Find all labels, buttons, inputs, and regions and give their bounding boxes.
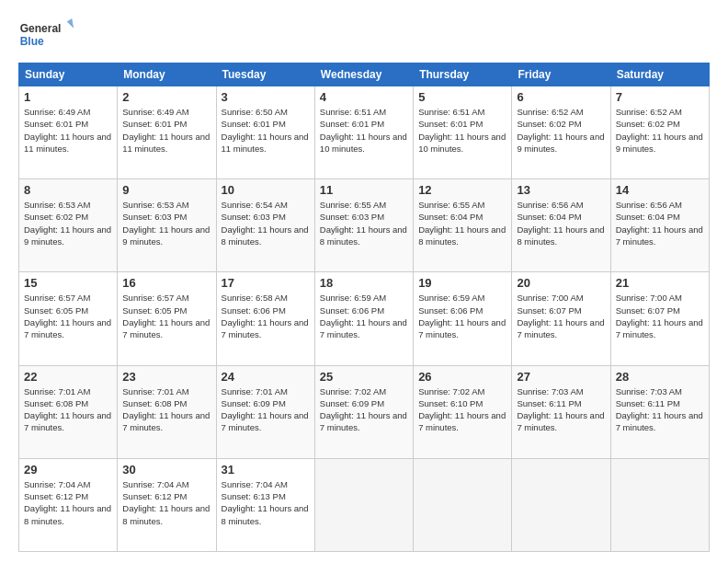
- day-number: 2: [122, 90, 210, 104]
- day-number: 17: [222, 276, 310, 290]
- day-number: 1: [24, 90, 112, 104]
- calendar-cell: 30Sunrise: 7:04 AMSunset: 6:12 PMDayligh…: [118, 458, 216, 551]
- calendar-cell: 29Sunrise: 7:04 AMSunset: 6:12 PMDayligh…: [19, 458, 118, 551]
- calendar-cell: 13Sunrise: 6:56 AMSunset: 6:04 PMDayligh…: [512, 179, 610, 272]
- day-number: 22: [24, 370, 112, 384]
- calendar-cell: 31Sunrise: 7:04 AMSunset: 6:13 PMDayligh…: [216, 458, 314, 551]
- day-number: 13: [517, 183, 605, 197]
- day-info: Sunrise: 7:03 AMSunset: 6:11 PMDaylight:…: [517, 385, 605, 434]
- calendar-week-5: 29Sunrise: 7:04 AMSunset: 6:12 PMDayligh…: [19, 458, 710, 551]
- svg-text:General: General: [20, 22, 62, 35]
- calendar-cell: 21Sunrise: 7:00 AMSunset: 6:07 PMDayligh…: [610, 272, 709, 365]
- calendar-header-row: SundayMondayTuesdayWednesdayThursdayFrid…: [19, 63, 710, 86]
- calendar-cell: [512, 458, 610, 551]
- calendar-cell: 7Sunrise: 6:52 AMSunset: 6:02 PMDaylight…: [610, 86, 709, 179]
- day-number: 27: [517, 370, 605, 384]
- day-number: 20: [517, 276, 605, 290]
- day-info: Sunrise: 7:04 AMSunset: 6:12 PMDaylight:…: [24, 478, 112, 527]
- day-info: Sunrise: 7:01 AMSunset: 6:09 PMDaylight:…: [222, 385, 310, 434]
- calendar-week-3: 15Sunrise: 6:57 AMSunset: 6:05 PMDayligh…: [19, 272, 710, 365]
- day-info: Sunrise: 6:52 AMSunset: 6:02 PMDaylight:…: [517, 106, 605, 155]
- calendar-cell: 24Sunrise: 7:01 AMSunset: 6:09 PMDayligh…: [216, 365, 314, 458]
- day-number: 10: [222, 183, 310, 197]
- day-info: Sunrise: 7:02 AMSunset: 6:10 PMDaylight:…: [418, 385, 506, 434]
- col-header-monday: Monday: [118, 63, 216, 86]
- day-number: 24: [222, 370, 310, 384]
- calendar: SundayMondayTuesdayWednesdayThursdayFrid…: [18, 63, 710, 552]
- day-number: 30: [122, 463, 210, 477]
- day-info: Sunrise: 6:49 AMSunset: 6:01 PMDaylight:…: [24, 106, 112, 155]
- calendar-cell: 3Sunrise: 6:50 AMSunset: 6:01 PMDaylight…: [216, 86, 314, 179]
- calendar-week-1: 1Sunrise: 6:49 AMSunset: 6:01 PMDaylight…: [19, 86, 710, 179]
- col-header-wednesday: Wednesday: [314, 63, 413, 86]
- day-info: Sunrise: 7:01 AMSunset: 6:08 PMDaylight:…: [122, 385, 210, 434]
- day-info: Sunrise: 6:56 AMSunset: 6:04 PMDaylight:…: [517, 199, 605, 247]
- day-info: Sunrise: 6:57 AMSunset: 6:05 PMDaylight:…: [24, 292, 112, 340]
- day-number: 15: [24, 276, 112, 290]
- day-info: Sunrise: 7:02 AMSunset: 6:09 PMDaylight:…: [320, 385, 408, 434]
- day-info: Sunrise: 7:00 AMSunset: 6:07 PMDaylight:…: [616, 292, 704, 340]
- day-info: Sunrise: 6:55 AMSunset: 6:03 PMDaylight:…: [320, 199, 408, 247]
- day-number: 19: [418, 276, 506, 290]
- day-info: Sunrise: 6:58 AMSunset: 6:06 PMDaylight:…: [222, 292, 310, 340]
- day-number: 8: [24, 183, 112, 197]
- calendar-cell: 10Sunrise: 6:54 AMSunset: 6:03 PMDayligh…: [216, 179, 314, 272]
- calendar-cell: 15Sunrise: 6:57 AMSunset: 6:05 PMDayligh…: [19, 272, 118, 365]
- day-info: Sunrise: 7:00 AMSunset: 6:07 PMDaylight:…: [517, 292, 605, 340]
- calendar-cell: 19Sunrise: 6:59 AMSunset: 6:06 PMDayligh…: [414, 272, 512, 365]
- calendar-cell: [414, 458, 512, 551]
- calendar-cell: 28Sunrise: 7:03 AMSunset: 6:11 PMDayligh…: [610, 365, 709, 458]
- col-header-tuesday: Tuesday: [216, 63, 314, 86]
- calendar-cell: 26Sunrise: 7:02 AMSunset: 6:10 PMDayligh…: [414, 365, 512, 458]
- day-number: 28: [616, 370, 704, 384]
- svg-text:Blue: Blue: [20, 35, 44, 48]
- day-info: Sunrise: 6:50 AMSunset: 6:01 PMDaylight:…: [222, 106, 310, 155]
- day-number: 18: [320, 276, 408, 290]
- calendar-cell: [610, 458, 709, 551]
- page: General Blue SundayMondayTuesdayWednesda…: [0, 0, 728, 563]
- logo-svg: General Blue: [18, 17, 74, 53]
- day-number: 6: [517, 90, 605, 104]
- day-number: 12: [418, 183, 506, 197]
- calendar-cell: 11Sunrise: 6:55 AMSunset: 6:03 PMDayligh…: [314, 179, 413, 272]
- col-header-saturday: Saturday: [610, 63, 709, 86]
- day-info: Sunrise: 7:04 AMSunset: 6:13 PMDaylight:…: [222, 478, 310, 527]
- day-number: 16: [122, 276, 210, 290]
- svg-marker-3: [67, 18, 74, 28]
- calendar-cell: 18Sunrise: 6:59 AMSunset: 6:06 PMDayligh…: [314, 272, 413, 365]
- day-number: 25: [320, 370, 408, 384]
- day-info: Sunrise: 6:56 AMSunset: 6:04 PMDaylight:…: [616, 199, 704, 247]
- day-number: 31: [222, 463, 310, 477]
- col-header-friday: Friday: [512, 63, 610, 86]
- day-info: Sunrise: 6:51 AMSunset: 6:01 PMDaylight:…: [418, 106, 506, 155]
- calendar-cell: 25Sunrise: 7:02 AMSunset: 6:09 PMDayligh…: [314, 365, 413, 458]
- col-header-sunday: Sunday: [19, 63, 118, 86]
- day-info: Sunrise: 6:53 AMSunset: 6:02 PMDaylight:…: [24, 199, 112, 247]
- day-number: 5: [418, 90, 506, 104]
- calendar-cell: 22Sunrise: 7:01 AMSunset: 6:08 PMDayligh…: [19, 365, 118, 458]
- calendar-cell: 23Sunrise: 7:01 AMSunset: 6:08 PMDayligh…: [118, 365, 216, 458]
- calendar-cell: 20Sunrise: 7:00 AMSunset: 6:07 PMDayligh…: [512, 272, 610, 365]
- day-number: 3: [222, 90, 310, 104]
- calendar-week-2: 8Sunrise: 6:53 AMSunset: 6:02 PMDaylight…: [19, 179, 710, 272]
- day-info: Sunrise: 6:49 AMSunset: 6:01 PMDaylight:…: [122, 106, 210, 155]
- col-header-thursday: Thursday: [414, 63, 512, 86]
- day-info: Sunrise: 6:52 AMSunset: 6:02 PMDaylight:…: [616, 106, 704, 155]
- calendar-cell: 4Sunrise: 6:51 AMSunset: 6:01 PMDaylight…: [314, 86, 413, 179]
- day-number: 9: [122, 183, 210, 197]
- day-number: 26: [418, 370, 506, 384]
- day-info: Sunrise: 6:59 AMSunset: 6:06 PMDaylight:…: [418, 292, 506, 340]
- calendar-cell: 17Sunrise: 6:58 AMSunset: 6:06 PMDayligh…: [216, 272, 314, 365]
- day-info: Sunrise: 6:53 AMSunset: 6:03 PMDaylight:…: [122, 199, 210, 247]
- calendar-cell: 12Sunrise: 6:55 AMSunset: 6:04 PMDayligh…: [414, 179, 512, 272]
- day-number: 21: [616, 276, 704, 290]
- calendar-cell: 9Sunrise: 6:53 AMSunset: 6:03 PMDaylight…: [118, 179, 216, 272]
- calendar-cell: 8Sunrise: 6:53 AMSunset: 6:02 PMDaylight…: [19, 179, 118, 272]
- day-info: Sunrise: 6:51 AMSunset: 6:01 PMDaylight:…: [320, 106, 408, 155]
- day-number: 14: [616, 183, 704, 197]
- day-number: 11: [320, 183, 408, 197]
- day-info: Sunrise: 6:59 AMSunset: 6:06 PMDaylight:…: [320, 292, 408, 340]
- day-number: 29: [24, 463, 112, 477]
- day-number: 7: [616, 90, 704, 104]
- day-info: Sunrise: 6:54 AMSunset: 6:03 PMDaylight:…: [222, 199, 310, 247]
